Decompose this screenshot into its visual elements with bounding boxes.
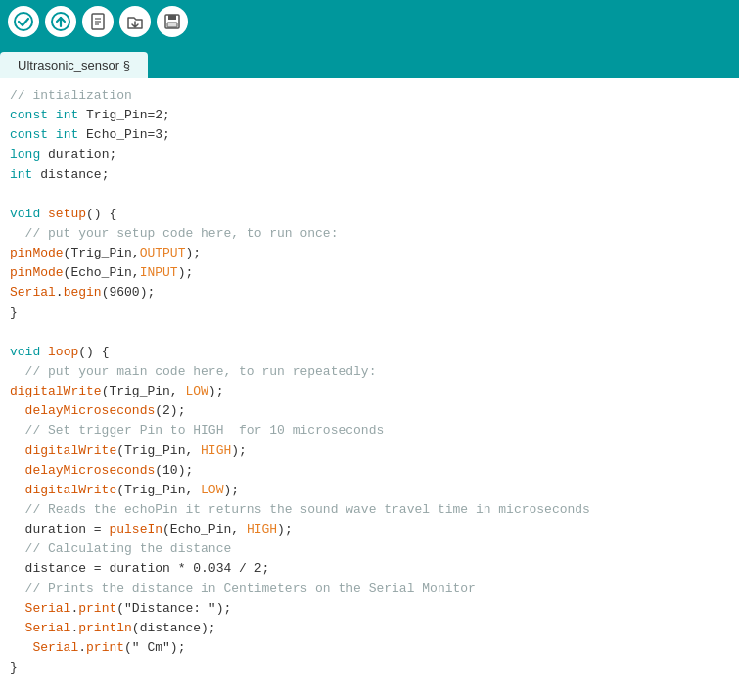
tab-bar: Ultrasonic_sensor § — [0, 43, 739, 78]
verify-button[interactable] — [8, 6, 39, 37]
save-button[interactable] — [157, 6, 188, 37]
toolbar — [0, 0, 739, 43]
tab-ultrasonic-sensor[interactable]: Ultrasonic_sensor § — [0, 52, 148, 78]
new-button[interactable] — [82, 6, 114, 37]
open-button[interactable] — [119, 6, 151, 37]
code-editor[interactable]: // intialization const int Trig_Pin=2; c… — [0, 78, 739, 700]
svg-rect-9 — [167, 23, 177, 27]
svg-rect-8 — [168, 15, 176, 20]
svg-point-0 — [15, 13, 32, 30]
upload-button[interactable] — [45, 6, 76, 37]
